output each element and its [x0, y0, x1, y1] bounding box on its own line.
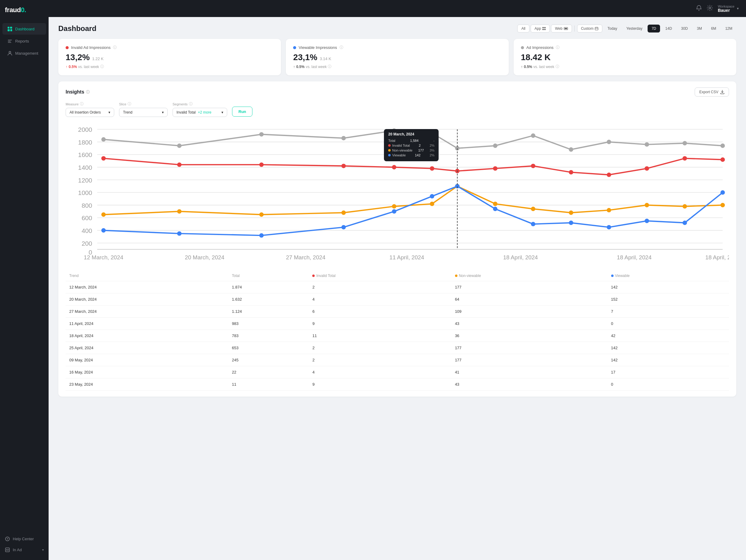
slice-select[interactable]: Trend ▾ — [119, 108, 168, 117]
topbar: Workspace Bauer ▾ — [49, 0, 746, 17]
export-csv-button[interactable]: Export CSV — [695, 87, 729, 96]
segments-info-icon[interactable]: ⓘ — [189, 101, 193, 107]
cell-nonviewable: 43 — [451, 317, 607, 329]
cell-invalid: 2 — [309, 354, 451, 366]
workspace-selector[interactable]: Workspace Bauer ▾ — [718, 5, 739, 12]
metric-change-1: ↑ 0.5% vs. last week ⓘ — [66, 64, 274, 69]
filter-today[interactable]: Today — [604, 25, 621, 32]
svg-point-94 — [493, 207, 497, 211]
filter-12m[interactable]: 12M — [721, 25, 736, 32]
svg-point-84 — [644, 203, 649, 207]
svg-point-68 — [569, 170, 573, 175]
slice-control: Slice ⓘ Trend ▾ — [119, 101, 168, 117]
metric-sub-1: 1.22 K — [92, 57, 104, 61]
run-button[interactable]: Run — [232, 107, 252, 117]
col-viewable-dot — [611, 274, 613, 277]
svg-text:18 April, 2024: 18 April, 2024 — [503, 254, 538, 261]
logo-accent: 0. — [21, 6, 26, 14]
metric-info-1[interactable]: ⓘ — [113, 45, 117, 50]
insights-info-icon[interactable]: ⓘ — [86, 90, 90, 95]
sidebar-item-inad[interactable]: AD In Ad ▾ — [2, 544, 46, 555]
metric-change-info-3[interactable]: ⓘ — [555, 64, 559, 69]
inad-label: In Ad — [13, 548, 22, 552]
cell-nonviewable: 64 — [451, 293, 607, 305]
svg-text:1000: 1000 — [78, 189, 92, 196]
measure-select[interactable]: All Insertion Orders ▾ — [66, 108, 114, 117]
filter-all[interactable]: All — [517, 25, 529, 32]
svg-rect-0 — [8, 27, 9, 29]
svg-point-64 — [430, 166, 434, 171]
cell-trend: 27 March, 2024 — [66, 305, 228, 317]
segments-select[interactable]: Invalid Total +2 more ▾ — [173, 108, 227, 117]
cell-trend: 23 May, 2024 — [66, 378, 228, 390]
sidebar-item-reports[interactable]: Reports — [2, 35, 46, 47]
svg-point-12 — [698, 10, 699, 11]
metric-info-3[interactable]: ⓘ — [556, 45, 560, 50]
page-content: Dashboard All App Web Custom Today Yeste… — [49, 17, 746, 560]
segments-chevron-icon: ▾ — [222, 110, 223, 115]
metric-card-viewable-impressions: Viewable Impressions ⓘ 23,1% 3.14 K ↑ 0.… — [286, 39, 509, 75]
cell-invalid: 9 — [309, 317, 451, 329]
svg-point-95 — [531, 222, 536, 227]
filter-web[interactable]: Web — [551, 25, 572, 32]
cell-total: 22 — [228, 366, 309, 378]
chart-area: 2000 1800 1600 1400 1200 1000 800 600 40… — [66, 123, 729, 263]
table-row: 25 April, 2024 653 2 177 142 — [66, 342, 729, 354]
measure-info-icon[interactable]: ⓘ — [80, 101, 84, 107]
filter-14d[interactable]: 14D — [661, 25, 676, 32]
svg-point-55 — [607, 140, 611, 144]
svg-point-49 — [392, 128, 396, 133]
cell-invalid: 4 — [309, 366, 451, 378]
slice-info-icon[interactable]: ⓘ — [127, 101, 131, 107]
filter-6m[interactable]: 6M — [707, 25, 720, 32]
sidebar-item-help[interactable]: ? Help Center — [2, 533, 46, 544]
logo[interactable]: fraud0. — [0, 0, 49, 20]
table-row: 23 May, 2024 11 9 43 0 — [66, 378, 729, 390]
cell-nonviewable: 43 — [451, 378, 607, 390]
col-invalid-total: Invalid Total — [309, 271, 451, 281]
table-row: 20 March, 2024 1.632 4 64 152 — [66, 293, 729, 305]
svg-text:20 March, 2024: 20 March, 2024 — [185, 254, 225, 261]
sidebar-item-dashboard[interactable]: Dashboard — [2, 23, 46, 35]
metric-change-label-1: vs. last week — [78, 65, 99, 69]
filter-7d[interactable]: 7D — [648, 25, 660, 32]
svg-point-66 — [493, 166, 497, 171]
cell-viewable: 142 — [607, 281, 729, 293]
filter-3m[interactable]: 3M — [693, 25, 706, 32]
cell-invalid: 2 — [309, 342, 451, 354]
filter-app[interactable]: App — [530, 25, 550, 32]
insights-title-text: Insights — [66, 89, 84, 95]
filter-yesterday[interactable]: Yesterday — [622, 25, 647, 32]
svg-point-59 — [102, 156, 106, 161]
notification-icon[interactable] — [696, 5, 702, 12]
svg-point-73 — [102, 212, 106, 217]
filter-custom[interactable]: Custom — [577, 25, 602, 32]
svg-point-85 — [683, 204, 687, 209]
sidebar-item-management[interactable]: Management — [2, 48, 46, 59]
table-header-row: Trend Total Invalid Total Non-viewable V… — [66, 271, 729, 281]
settings-icon[interactable] — [707, 5, 713, 12]
cell-total: 783 — [228, 329, 309, 342]
col-viewable: Viewable — [607, 271, 729, 281]
cell-nonviewable: 41 — [451, 366, 607, 378]
metric-change-info-2[interactable]: ⓘ — [328, 64, 332, 69]
cell-viewable: 0 — [607, 378, 729, 390]
metric-card-ad-impressions: Ad Impressions ⓘ 18.42 K ↑ 0.5% vs. last… — [514, 39, 736, 75]
svg-point-81 — [531, 207, 536, 211]
inad-icon: AD — [5, 547, 10, 552]
metric-change-info-1[interactable]: ⓘ — [100, 64, 104, 69]
svg-point-13 — [709, 7, 711, 9]
svg-point-54 — [569, 147, 573, 152]
cell-viewable: 42 — [607, 329, 729, 342]
filter-30d[interactable]: 30D — [677, 25, 692, 32]
metric-change-val-2: 0.5% — [296, 65, 304, 69]
svg-point-69 — [607, 173, 611, 177]
svg-point-82 — [569, 210, 573, 215]
sidebar-nav: Dashboard Reports Management — [0, 20, 49, 528]
svg-point-88 — [177, 231, 182, 236]
metric-info-2[interactable]: ⓘ — [340, 45, 343, 50]
cell-trend: 12 March, 2024 — [66, 281, 228, 293]
col-trend: Trend — [66, 271, 228, 281]
svg-point-92 — [430, 194, 434, 199]
svg-rect-22 — [597, 28, 598, 29]
